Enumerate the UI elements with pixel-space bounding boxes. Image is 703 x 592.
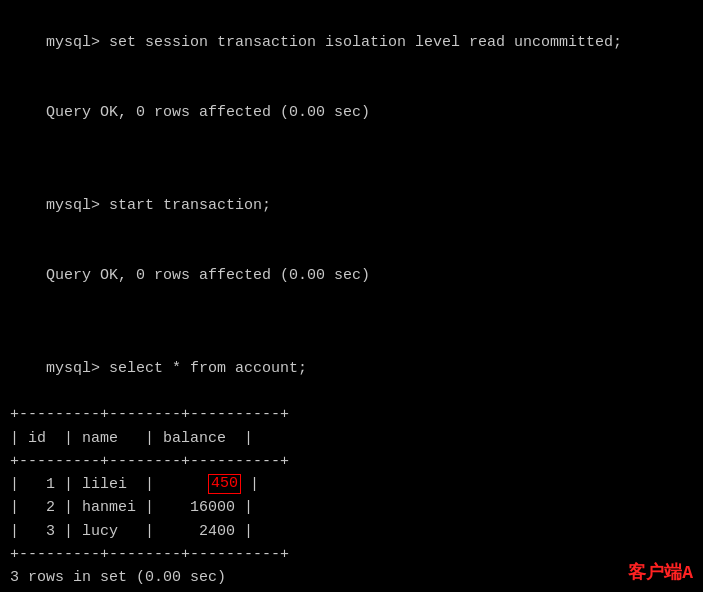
table1-border-mid: +---------+--------+----------+	[10, 450, 693, 473]
table1-row-2: | 2 | hanmei | 16000 |	[10, 496, 693, 519]
result-set-isolation: Query OK, 0 rows affected (0.00 sec)	[10, 78, 693, 148]
terminal-output: mysql> set session transaction isolation…	[10, 8, 693, 592]
blank-1	[10, 148, 693, 171]
cmd-set-isolation: mysql> set session transaction isolation…	[10, 8, 693, 78]
table1-border-bot: +---------+--------+----------+	[10, 543, 693, 566]
table1-border-top: +---------+--------+----------+	[10, 403, 693, 426]
result1-rows: 3 rows in set (0.00 sec)	[10, 566, 693, 589]
table1-row-1: | 1 | lilei | 450 |	[10, 473, 693, 496]
client-label: 客户端A	[628, 560, 693, 584]
result-start-transaction: Query OK, 0 rows affected (0.00 sec)	[10, 241, 693, 311]
cmd-select-1: mysql> select * from account;	[10, 334, 693, 404]
prompt-text: mysql> set session transaction isolation…	[46, 34, 622, 51]
blank-2	[10, 310, 693, 333]
balance-highlight-1: 450	[208, 474, 241, 494]
table1-header: | id | name | balance |	[10, 427, 693, 450]
table1-row-3: | 3 | lucy | 2400 |	[10, 520, 693, 543]
cmd-start-transaction: mysql> start transaction;	[10, 171, 693, 241]
